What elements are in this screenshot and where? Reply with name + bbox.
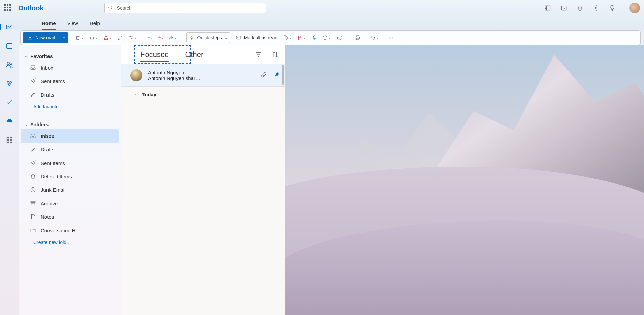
- background-image: [285, 45, 644, 315]
- tab-view[interactable]: View: [67, 18, 78, 28]
- search-input[interactable]: [117, 5, 262, 11]
- folder-junk[interactable]: Junk Email: [21, 183, 119, 197]
- svg-rect-35: [10, 141, 12, 143]
- folder-notes[interactable]: Notes: [21, 210, 119, 223]
- account-avatar[interactable]: [629, 3, 640, 13]
- svg-rect-19: [356, 36, 359, 37]
- divider: [384, 33, 384, 42]
- scrollbar-thumb[interactable]: [282, 65, 284, 85]
- divider: [142, 33, 142, 42]
- tips-icon[interactable]: [609, 5, 616, 11]
- svg-point-12: [106, 39, 106, 39]
- favorites-section[interactable]: ⌄Favorites: [19, 51, 121, 61]
- svg-rect-22: [6, 25, 12, 29]
- svg-point-0: [109, 6, 112, 9]
- svg-rect-14: [236, 36, 240, 39]
- inbox-icon: [30, 133, 36, 139]
- folder-conversation-history[interactable]: Conversation Hi…: [21, 223, 119, 237]
- select-mode-button[interactable]: [238, 51, 245, 58]
- tab-home[interactable]: Home: [42, 18, 56, 28]
- mail-subject: Antonín Nguyen shar…: [148, 75, 261, 81]
- sort-button[interactable]: [271, 51, 279, 58]
- more-button[interactable]: ⋯: [386, 32, 397, 43]
- undo-button[interactable]: ⌄: [367, 32, 382, 43]
- replyall-button[interactable]: [155, 32, 166, 43]
- settings-icon[interactable]: [593, 5, 600, 11]
- sender-avatar: [130, 69, 142, 81]
- folder-drafts[interactable]: Drafts: [21, 143, 119, 156]
- rules-button[interactable]: ⌄: [334, 32, 348, 43]
- folder-sent[interactable]: Sent Items: [21, 156, 119, 170]
- svg-rect-10: [90, 36, 94, 37]
- pin-button[interactable]: [309, 32, 320, 43]
- moveto-button[interactable]: ⌄: [126, 32, 140, 43]
- svg-point-27: [7, 62, 9, 65]
- svg-point-30: [9, 82, 11, 84]
- svg-point-31: [8, 84, 10, 86]
- pin-icon[interactable]: [273, 72, 280, 79]
- rail-more-apps[interactable]: [5, 135, 14, 145]
- notes-icon: [30, 214, 36, 220]
- rail-calendar[interactable]: [5, 41, 14, 50]
- notifications-icon[interactable]: [577, 5, 583, 11]
- rail-mail[interactable]: [5, 22, 14, 32]
- svg-line-1: [111, 9, 113, 10]
- new-mail-dropdown[interactable]: [60, 32, 68, 43]
- rail-onedrive[interactable]: [5, 116, 14, 126]
- chevron-right-icon: ›: [134, 92, 136, 97]
- reply-button[interactable]: [144, 32, 155, 43]
- folders-section[interactable]: ⌄Folders: [19, 119, 121, 129]
- delete-button[interactable]: ⌄: [72, 32, 87, 43]
- rail-todo[interactable]: [5, 98, 14, 107]
- search-icon: [108, 5, 114, 11]
- snooze-button[interactable]: ⌄: [320, 32, 334, 43]
- onenote-feed-icon[interactable]: [544, 5, 551, 11]
- rail-people[interactable]: [5, 60, 14, 69]
- junk-icon: [30, 187, 36, 193]
- forward-button[interactable]: ⌄: [166, 32, 180, 43]
- group-today[interactable]: › Today: [121, 87, 285, 102]
- myday-icon[interactable]: [560, 5, 567, 11]
- mail-item-pinned[interactable]: Antonín Nguyen Antonín Nguyen shar…: [121, 64, 285, 87]
- sweep-button[interactable]: [115, 32, 126, 43]
- tag-button[interactable]: ⌄: [281, 32, 295, 43]
- rail-groups[interactable]: [5, 79, 14, 88]
- tab-focused[interactable]: Focused: [137, 47, 172, 62]
- favorites-drafts[interactable]: Drafts: [21, 88, 119, 101]
- flag-button[interactable]: ⌄: [295, 32, 309, 43]
- folder-inbox[interactable]: Inbox: [21, 129, 119, 143]
- print-button[interactable]: [352, 32, 363, 43]
- new-mail-split-button[interactable]: New mail: [23, 32, 68, 43]
- quick-steps-button[interactable]: Quick steps ⌄: [186, 32, 230, 43]
- folder-deleted[interactable]: Deleted Items: [21, 170, 119, 183]
- filter-button[interactable]: [255, 51, 262, 58]
- svg-rect-32: [7, 138, 9, 140]
- drafts-icon: [30, 146, 36, 152]
- tab-help[interactable]: Help: [90, 18, 100, 28]
- add-favorite-link[interactable]: Add favorite: [19, 101, 121, 112]
- favorites-inbox[interactable]: Inbox: [21, 61, 119, 74]
- divider: [365, 33, 365, 42]
- sent-icon: [30, 160, 36, 166]
- create-folder-link[interactable]: Create new fold…: [19, 237, 121, 248]
- archive-icon: [30, 200, 36, 206]
- inbox-icon: [30, 65, 36, 71]
- divider: [350, 33, 350, 42]
- archive-button[interactable]: ⌄: [87, 32, 101, 43]
- trash-icon: [30, 173, 36, 179]
- report-button[interactable]: ⌄: [101, 32, 115, 43]
- svg-rect-9: [28, 36, 32, 39]
- nav-toggle[interactable]: [20, 21, 27, 25]
- app-launcher[interactable]: [4, 4, 12, 12]
- message-list-pane: Focused Other Antonín Nguyen Antonín Ngu…: [121, 45, 285, 315]
- brand-label: Outlook: [18, 4, 44, 12]
- mark-all-read-button[interactable]: Mark all as read: [232, 32, 281, 43]
- favorites-sent[interactable]: Sent Items: [21, 74, 119, 88]
- new-mail-button[interactable]: New mail: [23, 32, 60, 43]
- search-box[interactable]: [104, 3, 266, 13]
- svg-rect-6: [561, 6, 566, 10]
- svg-rect-17: [337, 36, 341, 37]
- folder-archive[interactable]: Archive: [21, 197, 119, 210]
- tab-other[interactable]: Other: [182, 47, 207, 62]
- svg-point-29: [7, 82, 9, 84]
